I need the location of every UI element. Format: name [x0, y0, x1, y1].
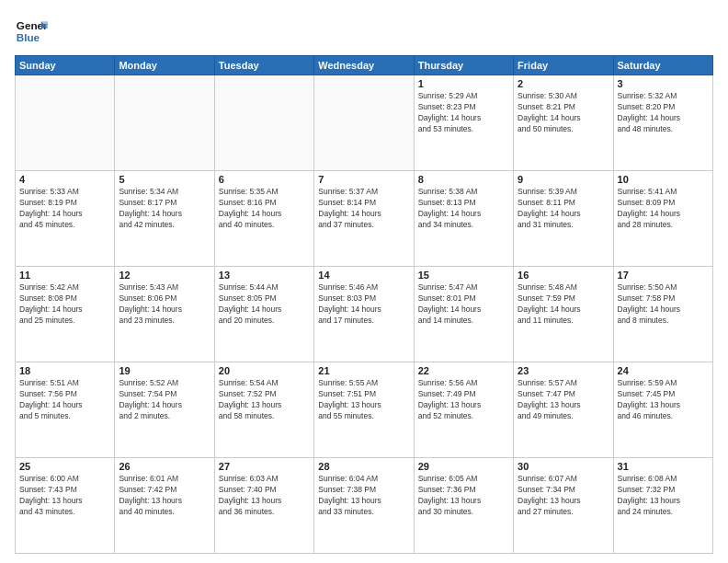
day-info: Sunrise: 5:50 AM Sunset: 7:58 PM Dayligh…: [618, 282, 709, 327]
day-info: Sunrise: 5:29 AM Sunset: 8:23 PM Dayligh…: [418, 91, 509, 135]
calendar-cell: 21Sunrise: 5:55 AM Sunset: 7:51 PM Dayli…: [314, 362, 414, 458]
weekday-monday: Monday: [115, 56, 214, 75]
calendar-week-5: 25Sunrise: 6:00 AM Sunset: 7:43 PM Dayli…: [16, 458, 713, 554]
weekday-sunday: Sunday: [16, 56, 115, 75]
calendar-cell: 10Sunrise: 5:41 AM Sunset: 8:09 PM Dayli…: [613, 171, 712, 267]
day-number: 24: [618, 365, 709, 376]
calendar-cell: 19Sunrise: 5:52 AM Sunset: 7:54 PM Dayli…: [115, 362, 214, 458]
day-number: 29: [418, 461, 509, 472]
day-number: 12: [119, 270, 210, 281]
calendar-cell: 24Sunrise: 5:59 AM Sunset: 7:45 PM Dayli…: [613, 362, 712, 458]
calendar-body: 1Sunrise: 5:29 AM Sunset: 8:23 PM Daylig…: [16, 75, 713, 554]
calendar-week-3: 11Sunrise: 5:42 AM Sunset: 8:08 PM Dayli…: [16, 267, 713, 362]
calendar-cell: 8Sunrise: 5:38 AM Sunset: 8:13 PM Daylig…: [414, 171, 513, 267]
day-number: 16: [518, 270, 609, 281]
day-info: Sunrise: 5:57 AM Sunset: 7:47 PM Dayligh…: [518, 378, 609, 422]
calendar-week-4: 18Sunrise: 5:51 AM Sunset: 7:56 PM Dayli…: [16, 362, 713, 458]
calendar-cell: 14Sunrise: 5:46 AM Sunset: 8:03 PM Dayli…: [314, 267, 414, 362]
day-info: Sunrise: 5:59 AM Sunset: 7:45 PM Dayligh…: [618, 378, 709, 422]
day-number: 2: [518, 78, 609, 89]
day-info: Sunrise: 6:01 AM Sunset: 7:42 PM Dayligh…: [119, 474, 210, 518]
day-number: 31: [618, 461, 709, 472]
day-info: Sunrise: 6:03 AM Sunset: 7:40 PM Dayligh…: [219, 474, 310, 518]
day-number: 25: [19, 461, 110, 472]
day-number: 1: [418, 78, 509, 89]
day-number: 11: [19, 270, 110, 281]
day-info: Sunrise: 5:33 AM Sunset: 8:19 PM Dayligh…: [19, 187, 110, 231]
day-info: Sunrise: 5:41 AM Sunset: 8:09 PM Dayligh…: [618, 187, 709, 231]
weekday-wednesday: Wednesday: [314, 56, 414, 75]
svg-text:Blue: Blue: [17, 31, 40, 43]
calendar-cell: 6Sunrise: 5:35 AM Sunset: 8:16 PM Daylig…: [214, 171, 313, 267]
calendar-cell: 30Sunrise: 6:07 AM Sunset: 7:34 PM Dayli…: [514, 458, 613, 554]
day-info: Sunrise: 6:00 AM Sunset: 7:43 PM Dayligh…: [19, 474, 110, 518]
calendar-cell: 15Sunrise: 5:47 AM Sunset: 8:01 PM Dayli…: [414, 267, 513, 362]
day-info: Sunrise: 5:43 AM Sunset: 8:06 PM Dayligh…: [119, 282, 210, 327]
day-number: 27: [219, 461, 310, 472]
day-info: Sunrise: 5:42 AM Sunset: 8:08 PM Dayligh…: [19, 282, 110, 327]
day-info: Sunrise: 6:07 AM Sunset: 7:34 PM Dayligh…: [518, 474, 609, 518]
day-info: Sunrise: 5:37 AM Sunset: 8:14 PM Dayligh…: [318, 187, 409, 231]
day-number: 9: [518, 174, 609, 185]
day-number: 18: [19, 365, 110, 376]
day-info: Sunrise: 5:52 AM Sunset: 7:54 PM Dayligh…: [119, 378, 210, 422]
day-number: 19: [119, 365, 210, 376]
calendar-cell: [115, 75, 214, 171]
calendar-table: SundayMondayTuesdayWednesdayThursdayFrid…: [15, 55, 713, 554]
day-number: 8: [418, 174, 509, 185]
logo: General Blue: [15, 15, 48, 48]
calendar-cell: 31Sunrise: 6:08 AM Sunset: 7:32 PM Dayli…: [613, 458, 712, 554]
calendar-cell: 23Sunrise: 5:57 AM Sunset: 7:47 PM Dayli…: [514, 362, 613, 458]
day-info: Sunrise: 5:32 AM Sunset: 8:20 PM Dayligh…: [618, 91, 709, 135]
day-number: 15: [418, 270, 509, 281]
calendar-cell: 28Sunrise: 6:04 AM Sunset: 7:38 PM Dayli…: [314, 458, 414, 554]
day-info: Sunrise: 5:44 AM Sunset: 8:05 PM Dayligh…: [219, 282, 310, 327]
calendar-cell: 27Sunrise: 6:03 AM Sunset: 7:40 PM Dayli…: [214, 458, 313, 554]
day-number: 26: [119, 461, 210, 472]
weekday-friday: Friday: [514, 56, 613, 75]
day-info: Sunrise: 5:46 AM Sunset: 8:03 PM Dayligh…: [318, 282, 409, 327]
day-info: Sunrise: 5:55 AM Sunset: 7:51 PM Dayligh…: [318, 378, 409, 422]
calendar-cell: 11Sunrise: 5:42 AM Sunset: 8:08 PM Dayli…: [16, 267, 115, 362]
day-info: Sunrise: 6:05 AM Sunset: 7:36 PM Dayligh…: [418, 474, 509, 518]
day-info: Sunrise: 5:30 AM Sunset: 8:21 PM Dayligh…: [518, 91, 609, 135]
day-info: Sunrise: 5:48 AM Sunset: 7:59 PM Dayligh…: [518, 282, 609, 327]
calendar-cell: 25Sunrise: 6:00 AM Sunset: 7:43 PM Dayli…: [16, 458, 115, 554]
day-info: Sunrise: 5:51 AM Sunset: 7:56 PM Dayligh…: [19, 378, 110, 422]
day-number: 17: [618, 270, 709, 281]
calendar-cell: 16Sunrise: 5:48 AM Sunset: 7:59 PM Dayli…: [514, 267, 613, 362]
calendar-cell: 26Sunrise: 6:01 AM Sunset: 7:42 PM Dayli…: [115, 458, 214, 554]
day-info: Sunrise: 5:35 AM Sunset: 8:16 PM Dayligh…: [219, 187, 310, 231]
calendar-week-1: 1Sunrise: 5:29 AM Sunset: 8:23 PM Daylig…: [16, 75, 713, 171]
calendar-cell: 17Sunrise: 5:50 AM Sunset: 7:58 PM Dayli…: [613, 267, 712, 362]
day-number: 23: [518, 365, 609, 376]
calendar-cell: 2Sunrise: 5:30 AM Sunset: 8:21 PM Daylig…: [514, 75, 613, 171]
calendar-cell: [314, 75, 414, 171]
header: General Blue: [15, 15, 713, 48]
weekday-saturday: Saturday: [613, 56, 712, 75]
calendar-cell: 22Sunrise: 5:56 AM Sunset: 7:49 PM Dayli…: [414, 362, 513, 458]
calendar-cell: 29Sunrise: 6:05 AM Sunset: 7:36 PM Dayli…: [414, 458, 513, 554]
calendar-week-2: 4Sunrise: 5:33 AM Sunset: 8:19 PM Daylig…: [16, 171, 713, 267]
calendar-cell: 13Sunrise: 5:44 AM Sunset: 8:05 PM Dayli…: [214, 267, 313, 362]
calendar-cell: 1Sunrise: 5:29 AM Sunset: 8:23 PM Daylig…: [414, 75, 513, 171]
day-info: Sunrise: 5:39 AM Sunset: 8:11 PM Dayligh…: [518, 187, 609, 231]
calendar-cell: 5Sunrise: 5:34 AM Sunset: 8:17 PM Daylig…: [115, 171, 214, 267]
calendar-cell: 20Sunrise: 5:54 AM Sunset: 7:52 PM Dayli…: [214, 362, 313, 458]
day-number: 20: [219, 365, 310, 376]
day-info: Sunrise: 6:04 AM Sunset: 7:38 PM Dayligh…: [318, 474, 409, 518]
calendar-cell: 12Sunrise: 5:43 AM Sunset: 8:06 PM Dayli…: [115, 267, 214, 362]
day-info: Sunrise: 5:56 AM Sunset: 7:49 PM Dayligh…: [418, 378, 509, 422]
day-info: Sunrise: 6:08 AM Sunset: 7:32 PM Dayligh…: [618, 474, 709, 518]
calendar-cell: 18Sunrise: 5:51 AM Sunset: 7:56 PM Dayli…: [16, 362, 115, 458]
day-number: 10: [618, 174, 709, 185]
day-number: 22: [418, 365, 509, 376]
day-number: 21: [318, 365, 409, 376]
calendar-cell: 7Sunrise: 5:37 AM Sunset: 8:14 PM Daylig…: [314, 171, 414, 267]
day-number: 6: [219, 174, 310, 185]
weekday-header-row: SundayMondayTuesdayWednesdayThursdayFrid…: [16, 56, 713, 75]
calendar-cell: 3Sunrise: 5:32 AM Sunset: 8:20 PM Daylig…: [613, 75, 712, 171]
day-number: 13: [219, 270, 310, 281]
calendar-cell: 9Sunrise: 5:39 AM Sunset: 8:11 PM Daylig…: [514, 171, 613, 267]
calendar-cell: 4Sunrise: 5:33 AM Sunset: 8:19 PM Daylig…: [16, 171, 115, 267]
